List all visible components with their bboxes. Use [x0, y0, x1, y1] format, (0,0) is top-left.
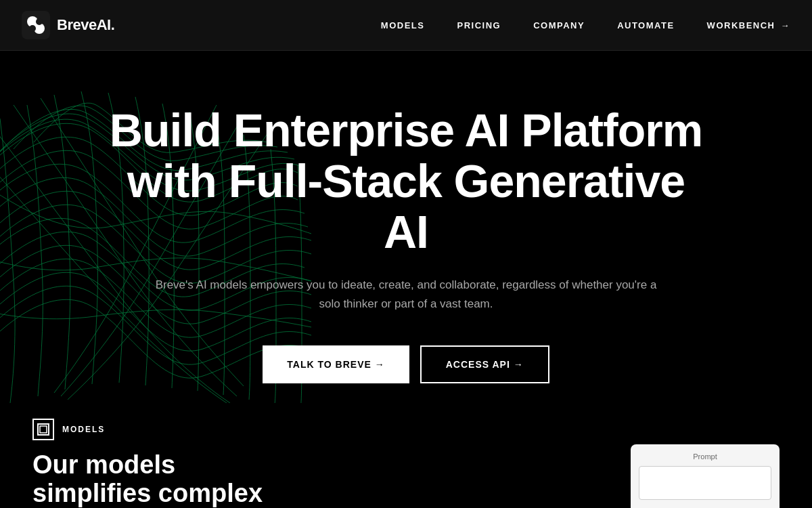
nav-company[interactable]: COMPANY — [533, 20, 585, 30]
nav-automate[interactable]: AUTOMATE — [617, 20, 674, 30]
logo-icon — [22, 11, 50, 39]
prompt-input-display[interactable] — [639, 466, 771, 500]
square-icon — [37, 423, 49, 436]
logo-text: BreveAI. — [57, 16, 114, 34]
nav-models[interactable]: MODELS — [381, 20, 425, 30]
models-left: MODELS Our models simplifies complex — [32, 419, 276, 508]
models-badge: MODELS — [32, 419, 276, 440]
models-heading: Our models simplifies complex — [32, 451, 276, 508]
svg-rect-6 — [40, 426, 47, 433]
svg-point-4 — [29, 25, 36, 32]
navbar: BreveAI. MODELS PRICING COMPANY AUTOMATE… — [0, 0, 812, 51]
logo[interactable]: BreveAI. — [22, 11, 114, 39]
hero-buttons: TALK TO BREVE → ACCESS API → — [263, 345, 549, 383]
prompt-card: Prompt — [631, 444, 780, 508]
access-api-button[interactable]: ACCESS API → — [420, 345, 549, 383]
hero-section: Build Enterprise AI Platform with Full-S… — [0, 51, 812, 508]
nav-workbench[interactable]: WORKBENCH → — [707, 20, 790, 30]
svg-point-3 — [36, 18, 43, 25]
arrow-icon: → — [781, 20, 791, 30]
models-badge-label: MODELS — [62, 425, 105, 434]
hero-title: Build Enterprise AI Platform with Full-S… — [102, 105, 710, 257]
nav-links: MODELS PRICING COMPANY AUTOMATE WORKBENC… — [381, 20, 790, 30]
talk-to-breve-button[interactable]: TALK TO BREVE → — [263, 345, 409, 383]
models-badge-icon — [32, 419, 54, 440]
prompt-label: Prompt — [639, 452, 771, 461]
hero-subtitle: Breve's AI models empowers you to ideate… — [149, 276, 663, 312]
nav-pricing[interactable]: PRICING — [457, 20, 501, 30]
